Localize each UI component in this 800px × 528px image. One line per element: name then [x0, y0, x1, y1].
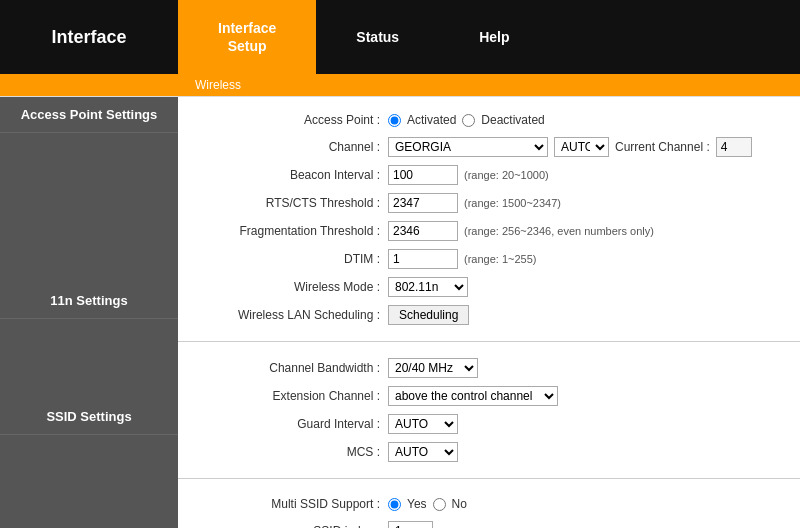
nav-item-status[interactable]: Status: [316, 0, 439, 74]
rts-cts-hint: (range: 1500~2347): [464, 197, 561, 209]
multi-ssid-label: Multi SSID Support :: [188, 497, 388, 511]
channel-bandwidth-label: Channel Bandwidth :: [188, 361, 388, 375]
guard-interval-row: Guard Interval : AUTO Long Short: [178, 410, 800, 438]
scheduling-button[interactable]: Scheduling: [388, 305, 469, 325]
sidebar-access-point-settings[interactable]: Access Point Settings: [0, 97, 178, 133]
top-nav: Interface InterfaceSetup Status Help: [0, 0, 800, 74]
sidebar: Access Point Settings 11n Settings SSID …: [0, 97, 178, 528]
ssid-index-label: SSID index :: [188, 524, 388, 528]
main-content: Access Point : Activated Deactivated Cha…: [178, 97, 800, 528]
wireless-mode-select[interactable]: 802.11n 802.11b 802.11g: [388, 277, 468, 297]
access-point-label: Access Point :: [188, 113, 388, 127]
wireless-scheduling-label: Wireless LAN Scheduling :: [188, 308, 388, 322]
beacon-interval-value: (range: 20~1000): [388, 165, 549, 185]
wireless-mode-value: 802.11n 802.11b 802.11g: [388, 277, 468, 297]
beacon-interval-hint: (range: 20~1000): [464, 169, 549, 181]
dtim-label: DTIM :: [188, 252, 388, 266]
access-point-value: Activated Deactivated: [388, 113, 545, 127]
fragmentation-threshold-hint: (range: 256~2346, even numbers only): [464, 225, 654, 237]
access-point-activated-radio[interactable]: [388, 114, 401, 127]
beacon-interval-input[interactable]: [388, 165, 458, 185]
fragmentation-threshold-label: Fragmentation Threshold :: [188, 224, 388, 238]
sidebar-11n-settings[interactable]: 11n Settings: [0, 283, 178, 319]
current-channel-label: Current Channel :: [615, 140, 710, 154]
ssid-index-value: 1 2 3 4: [388, 521, 433, 528]
rts-cts-value: (range: 1500~2347): [388, 193, 561, 213]
channel-label: Channel :: [188, 140, 388, 154]
channel-bandwidth-row: Channel Bandwidth : 20/40 MHz 20 MHz: [178, 354, 800, 382]
channel-bandwidth-value: 20/40 MHz 20 MHz: [388, 358, 478, 378]
nav-links: InterfaceSetup Status Help: [178, 0, 800, 74]
extension-channel-select[interactable]: above the control channel below the cont…: [388, 386, 558, 406]
access-point-deactivated-label: Deactivated: [481, 113, 544, 127]
multi-ssid-row: Multi SSID Support : Yes No: [178, 491, 800, 517]
11n-settings-section: Channel Bandwidth : 20/40 MHz 20 MHz Ext…: [178, 344, 800, 476]
multi-ssid-yes-label: Yes: [407, 497, 427, 511]
beacon-interval-label: Beacon Interval :: [188, 168, 388, 182]
channel-select[interactable]: GEORGIA: [388, 137, 548, 157]
mcs-label: MCS :: [188, 445, 388, 459]
channel-row: Channel : GEORGIA AUTO Current Channel :: [178, 133, 800, 161]
dtim-input[interactable]: [388, 249, 458, 269]
rts-cts-label: RTS/CTS Threshold :: [188, 196, 388, 210]
channel-value: GEORGIA AUTO Current Channel :: [388, 137, 752, 157]
ssid-index-select[interactable]: 1 2 3 4: [388, 521, 433, 528]
mcs-value: AUTO: [388, 442, 458, 462]
extension-channel-label: Extension Channel :: [188, 389, 388, 403]
sub-nav: Wireless: [0, 74, 800, 97]
nav-item-help[interactable]: Help: [439, 0, 549, 74]
sidebar-ssid-settings[interactable]: SSID Settings: [0, 399, 178, 435]
dtim-hint: (range: 1~255): [464, 253, 536, 265]
rts-cts-input[interactable]: [388, 193, 458, 213]
mcs-row: MCS : AUTO: [178, 438, 800, 466]
guard-interval-value: AUTO Long Short: [388, 414, 458, 434]
ssid-settings-section: Multi SSID Support : Yes No SSID index :…: [178, 481, 800, 528]
subnav-wireless[interactable]: Wireless: [185, 76, 251, 94]
dtim-value: (range: 1~255): [388, 249, 536, 269]
rts-cts-row: RTS/CTS Threshold : (range: 1500~2347): [178, 189, 800, 217]
access-point-row: Access Point : Activated Deactivated: [178, 107, 800, 133]
access-point-deactivated-radio[interactable]: [462, 114, 475, 127]
guard-interval-select[interactable]: AUTO Long Short: [388, 414, 458, 434]
fragmentation-threshold-value: (range: 256~2346, even numbers only): [388, 221, 654, 241]
channel-bandwidth-select[interactable]: 20/40 MHz 20 MHz: [388, 358, 478, 378]
multi-ssid-yes-radio[interactable]: [388, 498, 401, 511]
wireless-mode-row: Wireless Mode : 802.11n 802.11b 802.11g: [178, 273, 800, 301]
nav-item-interface-setup[interactable]: InterfaceSetup: [178, 0, 316, 74]
wireless-scheduling-row: Wireless LAN Scheduling : Scheduling: [178, 301, 800, 329]
ssid-index-row: SSID index : 1 2 3 4: [178, 517, 800, 528]
guard-interval-label: Guard Interval :: [188, 417, 388, 431]
current-channel-input[interactable]: [716, 137, 752, 157]
multi-ssid-value: Yes No: [388, 497, 467, 511]
mcs-select[interactable]: AUTO: [388, 442, 458, 462]
extension-channel-row: Extension Channel : above the control ch…: [178, 382, 800, 410]
dtim-row: DTIM : (range: 1~255): [178, 245, 800, 273]
multi-ssid-no-label: No: [452, 497, 467, 511]
access-point-activated-label: Activated: [407, 113, 456, 127]
extension-channel-value: above the control channel below the cont…: [388, 386, 558, 406]
channel-auto-select[interactable]: AUTO: [554, 137, 609, 157]
beacon-interval-row: Beacon Interval : (range: 20~1000): [178, 161, 800, 189]
fragmentation-threshold-input[interactable]: [388, 221, 458, 241]
wireless-scheduling-value: Scheduling: [388, 305, 469, 325]
wireless-mode-label: Wireless Mode :: [188, 280, 388, 294]
content: Access Point Settings 11n Settings SSID …: [0, 97, 800, 528]
access-point-section: Access Point : Activated Deactivated Cha…: [178, 97, 800, 339]
brand: Interface: [0, 0, 178, 74]
multi-ssid-no-radio[interactable]: [433, 498, 446, 511]
fragmentation-threshold-row: Fragmentation Threshold : (range: 256~23…: [178, 217, 800, 245]
